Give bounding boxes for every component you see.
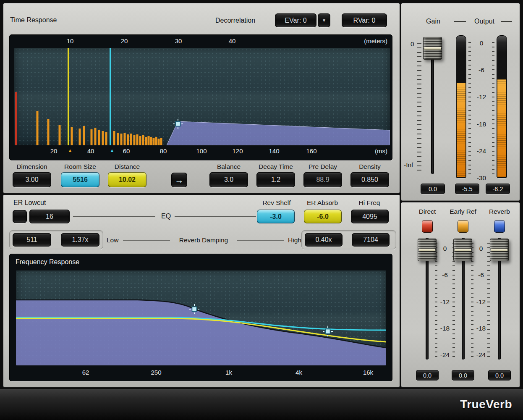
early-reflection-bar xyxy=(102,131,104,145)
early-reflection-bar xyxy=(148,136,150,145)
er-lowcut-enable-button[interactable] xyxy=(13,210,27,223)
direct-button[interactable] xyxy=(422,220,433,233)
reverb-envelope-handle[interactable] xyxy=(176,122,180,126)
decorrelation-label: Decorrelation xyxy=(215,17,255,24)
evar-control: EVar: 0 ▼ xyxy=(275,13,330,27)
pre-delay-value[interactable]: 88.9 xyxy=(303,172,342,187)
early-reflection-bar xyxy=(117,133,119,145)
early-reflection-bar xyxy=(98,130,100,145)
evar-value[interactable]: EVar: 0 xyxy=(275,13,316,27)
density-value[interactable]: 0.850 xyxy=(350,172,389,187)
early-reflection-bar xyxy=(155,137,157,145)
ms-tick-label: 140 xyxy=(269,147,279,155)
eq-handle-1[interactable] xyxy=(192,307,197,312)
dimension-label: Dimension xyxy=(16,163,47,171)
early-reflection-bar xyxy=(160,138,162,145)
er-absorb-label: ER Absorb xyxy=(307,199,338,207)
footer-bar: TrueVerb xyxy=(0,389,523,420)
early-ref-fader[interactable] xyxy=(453,239,472,261)
output-label: Output xyxy=(474,18,494,25)
meters-tick-label: 10 xyxy=(67,37,74,45)
direct-fader[interactable] xyxy=(418,239,437,261)
er-absorb-value[interactable]: -6.0 xyxy=(304,210,342,223)
balance-value[interactable]: 3.0 xyxy=(209,172,248,187)
mixer-scale-label: -18 xyxy=(440,325,450,332)
mixer-scale-label: -12 xyxy=(476,298,486,306)
decay-time-label: Decay Time xyxy=(259,163,293,171)
meter-tick-marks xyxy=(468,42,471,178)
decay-time-value[interactable]: 1.2 xyxy=(256,172,295,187)
damping-low-ratio-value[interactable]: 1.37x xyxy=(61,233,99,247)
density-label: Density xyxy=(359,163,381,171)
ms-tick-label: 160 xyxy=(306,147,316,155)
reverb-readout[interactable]: 0.0 xyxy=(488,370,511,381)
early-reflection-bar xyxy=(120,134,123,145)
gain-fader[interactable] xyxy=(423,37,442,60)
early-reflection-bar xyxy=(124,133,126,145)
link-arrow-button[interactable]: → xyxy=(171,173,187,187)
reverb-envelope[interactable] xyxy=(167,121,390,145)
er-lowcut-label: ER Lowcut xyxy=(13,199,46,207)
mixer-scale-label: 0 xyxy=(443,245,447,252)
time-response-plot[interactable] xyxy=(14,48,390,145)
ms-unit-label: (ms) xyxy=(375,147,387,155)
eq-divider-line xyxy=(73,216,155,217)
output-left-readout[interactable]: -5.5 xyxy=(455,184,479,194)
early-marker-triangle-icon[interactable]: ▲ xyxy=(68,148,73,153)
meter-scale-label: -6 xyxy=(479,66,484,74)
gain-label: Gain xyxy=(426,18,440,25)
early-reflection-bar xyxy=(139,136,141,145)
meter-scale-label: -12 xyxy=(477,93,486,101)
early-reflection-bar xyxy=(133,135,136,145)
er-lowcut-value[interactable]: 16 xyxy=(29,210,70,223)
early-reflection-bar xyxy=(71,127,73,145)
output-meter-left-fill xyxy=(457,83,465,177)
eq-handle-2[interactable] xyxy=(326,329,330,334)
reverb-fader[interactable] xyxy=(490,239,509,261)
reverb-button[interactable] xyxy=(494,220,505,233)
reverb-marker-triangle-icon[interactable]: ▲ xyxy=(110,148,115,153)
damping-high-ratio-value[interactable]: 0.40x xyxy=(305,233,343,247)
early-ref-readout[interactable]: 0.0 xyxy=(452,370,474,381)
brand-logo: TrueVerb xyxy=(460,398,512,411)
evar-dropdown-button[interactable]: ▼ xyxy=(318,13,330,27)
output-meter-left xyxy=(456,35,466,178)
reverb-start-marker[interactable] xyxy=(110,48,111,145)
meter-scale-label: 0 xyxy=(480,39,484,47)
mixer-scale-label: -6 xyxy=(478,271,484,279)
gain-min-label: -Inf xyxy=(404,161,413,169)
ms-tick-label: 100 xyxy=(196,147,207,155)
room-size-value[interactable]: 5516 xyxy=(61,172,99,187)
early-ref-button[interactable] xyxy=(458,220,468,233)
meters-tick-label: 20 xyxy=(121,37,128,45)
dimension-value[interactable]: 3.00 xyxy=(13,172,51,187)
distance-value[interactable]: 10.02 xyxy=(108,172,146,187)
gain-max-label: 0 xyxy=(411,40,414,48)
rvar-value[interactable]: RVar: 0 xyxy=(342,13,387,27)
output-right-readout[interactable]: -6.2 xyxy=(486,184,510,194)
early-reflection-bar xyxy=(83,126,85,145)
damping-high-freq-value[interactable]: 7104 xyxy=(352,233,390,247)
mixer-scale-label: -6 xyxy=(442,271,448,279)
direct-sound-bar xyxy=(15,92,17,145)
frequency-response-plot[interactable] xyxy=(16,270,386,365)
early-reflection-bar xyxy=(158,139,160,145)
gain-readout[interactable]: 0.0 xyxy=(421,184,445,194)
reverb-label: Reverb xyxy=(489,208,510,215)
damping-low-freq-value[interactable]: 511 xyxy=(13,233,51,247)
hi-freq-value[interactable]: 4095 xyxy=(351,210,389,223)
rev-shelf-value[interactable]: -3.0 xyxy=(257,210,295,223)
frequency-response-title: Frequency Response xyxy=(16,258,79,266)
pre-delay-label: Pre Delay xyxy=(309,163,337,171)
mixer-scale-label: 0 xyxy=(479,245,483,252)
plugin-window: Time Response Decorrelation EVar: 0 ▼ RV… xyxy=(0,0,523,420)
distance-label: Distance xyxy=(115,163,140,171)
early-reflection-bar xyxy=(142,135,144,145)
early-ref-label: Early Ref xyxy=(450,208,476,215)
damping-divider-line xyxy=(123,240,170,241)
early-reflection-bar xyxy=(47,119,50,145)
chevron-down-icon: ▼ xyxy=(322,18,326,23)
direct-readout[interactable]: 0.0 xyxy=(416,370,439,381)
early-reflections-marker[interactable] xyxy=(68,48,69,145)
reverb-eq-area[interactable] xyxy=(16,300,386,365)
